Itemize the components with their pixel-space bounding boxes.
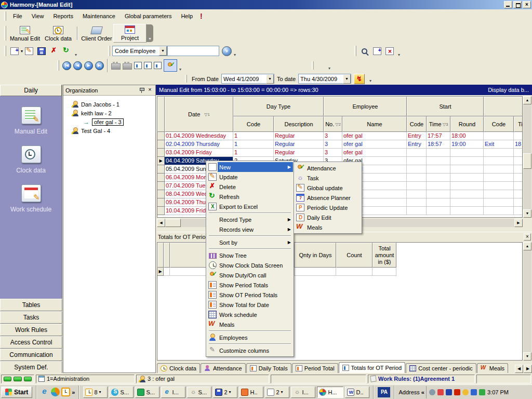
tab-clock-data[interactable]: Clock data	[157, 363, 200, 373]
grid-cell[interactable]	[407, 182, 427, 190]
grid-cell[interactable]	[484, 207, 514, 215]
grid-cell[interactable]	[427, 198, 450, 207]
clock-display[interactable]: 3:07 PM	[487, 389, 509, 395]
menu-item-show-tree[interactable]: Show Tree	[207, 250, 293, 260]
grid-cell[interactable]	[450, 182, 484, 190]
menu-item-delete[interactable]: Delete	[207, 182, 293, 192]
scroll-down-button[interactable]: ▼	[523, 352, 531, 361]
taskbar-button[interactable]: 2▾	[213, 387, 237, 398]
menu-item-employees[interactable]: Employees	[207, 332, 293, 342]
search-go-button[interactable]: ▼	[222, 46, 232, 56]
menu-item-show-ot-period-totals[interactable]: Show OT Period Totals	[207, 290, 293, 300]
column-header-count[interactable]: Count	[336, 243, 373, 268]
grid-cell[interactable]: 1	[233, 140, 274, 149]
previous-record-button[interactable]: ◀	[73, 61, 82, 70]
toolbar-overflow-button[interactable]: ▾	[177, 58, 183, 73]
menu-item-show-clock-data-screen[interactable]: Show Clock Data Screen	[207, 260, 293, 270]
grid-cell[interactable]	[164, 268, 170, 276]
menu-file[interactable]: File	[8, 11, 27, 21]
menu-item-records-view[interactable]: Records view▶	[207, 224, 293, 234]
first-record-button[interactable]: |◀	[62, 61, 71, 70]
scrollbar-thumb[interactable]	[165, 219, 181, 227]
grid-cell[interactable]	[407, 198, 427, 207]
combo-dropdown-icon[interactable]: ▼	[266, 74, 274, 84]
submenu-item-meals[interactable]: Meals	[295, 222, 361, 232]
grid-cell[interactable]	[484, 182, 514, 190]
quick-launch-media-icon[interactable]	[51, 388, 60, 396]
column-header-end-code[interactable]: Code	[484, 116, 514, 132]
department-icon[interactable]	[123, 63, 132, 70]
group-header-day-type[interactable]: Day Type	[233, 97, 324, 116]
organization-icon[interactable]	[111, 63, 121, 70]
sidebar-group-tables[interactable]: Tables	[0, 299, 62, 311]
grid-cell[interactable]	[514, 157, 523, 165]
vertical-scrollbar[interactable]: ▲ ▼	[523, 242, 531, 361]
grid-cell[interactable]: 17:57	[427, 132, 450, 140]
row-selector[interactable]	[157, 182, 165, 190]
menu-help[interactable]: Help	[176, 11, 197, 21]
save-button[interactable]	[35, 45, 48, 57]
quick-launch-more-button[interactable]: »	[72, 389, 75, 395]
from-date-picker[interactable]: Wed 4/1/2009 ▼	[221, 74, 274, 84]
taskbar-button[interactable]: D..	[345, 387, 369, 398]
grid-cell[interactable]	[484, 165, 514, 174]
grid-cell[interactable]	[427, 207, 450, 215]
taskbar-button[interactable]: I...	[161, 387, 185, 398]
grid-cell[interactable]: 1	[233, 149, 274, 157]
combo-dropdown-icon[interactable]: ▼	[343, 74, 351, 84]
tab-period-total[interactable]: Period Total	[292, 363, 338, 373]
language-indicator[interactable]: PA	[378, 387, 390, 397]
grid-cell[interactable]	[514, 190, 523, 198]
grid-cell[interactable]: 3	[324, 140, 342, 149]
new-record-button[interactable]	[8, 45, 21, 57]
minimize-button[interactable]	[504, 1, 512, 8]
find-button[interactable]	[358, 45, 371, 57]
column-header-total-amount[interactable]: Total amount in ($)	[373, 243, 396, 268]
column-header-no[interactable]: No.▽2	[324, 116, 342, 132]
grid-cell[interactable]: 02.04.2009 Thursday	[165, 140, 233, 149]
search-field-combo[interactable]: Code Employee ▼	[112, 46, 167, 56]
menu-maintenance[interactable]: Maintenance	[78, 11, 120, 21]
vertical-scrollbar[interactable]: ▲ ▼	[523, 96, 531, 218]
taskbar-button[interactable]: S...	[135, 387, 159, 398]
tray-icon[interactable]	[454, 389, 460, 395]
grid-cell[interactable]	[427, 165, 450, 174]
menu-item-customize-columns[interactable]: Customize columns	[207, 345, 293, 355]
totals-close-button[interactable]: ×	[524, 233, 531, 241]
tree-node-dan-jacobs[interactable]: Dan Jacobs - 1	[63, 100, 155, 109]
project-button[interactable]: Project	[113, 24, 147, 43]
restore-button[interactable]	[513, 1, 522, 8]
tree-node-test-gal[interactable]: Test Gal - 4	[63, 126, 155, 135]
tab-daily-totals[interactable]: Daily Totals	[246, 363, 291, 373]
grid-cell[interactable]	[514, 149, 523, 157]
grid-cell[interactable]	[484, 157, 514, 165]
last-record-button[interactable]: ▶|	[95, 61, 104, 70]
sidebar-group-daily[interactable]: Daily	[0, 85, 62, 96]
grid-cell[interactable]	[407, 207, 427, 215]
tree-node-keith-law[interactable]: keith law - 2	[63, 109, 155, 117]
add-page-button[interactable]	[371, 45, 383, 57]
tray-icon[interactable]	[437, 389, 444, 395]
period-report-icon[interactable]	[134, 62, 142, 69]
grid-cell[interactable]	[450, 198, 484, 207]
tree-node-ofer-gal[interactable]: → ofer gal - 3	[63, 117, 155, 126]
grid-cell[interactable]	[427, 157, 450, 165]
grid-cell[interactable]	[484, 149, 514, 157]
grid-cell[interactable]	[373, 268, 396, 276]
table-row[interactable]: 01.04.2009 Wednesday1Regular3ofer galEnt…	[157, 132, 522, 140]
grid-cell[interactable]: ofer gal	[342, 132, 407, 140]
row-selector[interactable]: ▶	[157, 268, 164, 276]
grid-cell[interactable]	[450, 190, 484, 198]
group-header-start[interactable]: Start	[407, 97, 484, 116]
menu-item-show-duty-on-call[interactable]: Show Duty/On call	[207, 270, 293, 280]
menu-item-export-to-excel[interactable]: Export to Excel	[207, 202, 293, 211]
grid-cell[interactable]: Regular	[274, 132, 324, 140]
start-button[interactable]: Start	[1, 387, 32, 398]
sidebar-item-clock-data[interactable]: Clock data	[0, 145, 62, 174]
taskbar-button[interactable]: 8▾	[83, 387, 108, 398]
remove-page-button[interactable]	[383, 45, 396, 57]
grid-cell[interactable]: ofer gal	[342, 140, 407, 149]
employee-search-toggle[interactable]	[164, 59, 177, 72]
toolbar-overflow-button[interactable]: ▾	[396, 44, 402, 58]
column-header-date[interactable]: Date▽1	[165, 97, 233, 132]
